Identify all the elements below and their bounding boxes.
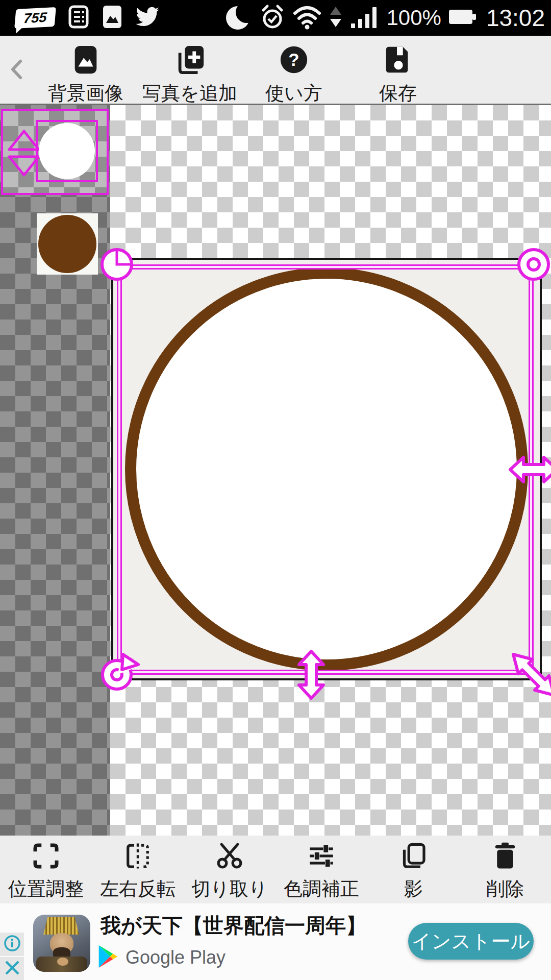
handle-rotate[interactable] <box>95 653 138 696</box>
alarm-icon <box>260 4 285 32</box>
battery-percent: 100% <box>386 6 441 30</box>
layer-thumbnail-white-circle[interactable] <box>36 120 98 182</box>
save-icon <box>382 44 414 78</box>
color-adjust-label: 色調補正 <box>270 876 372 902</box>
delete-button[interactable]: 削除 <box>459 836 551 903</box>
handle-top-right-rotate-dot[interactable] <box>513 244 551 285</box>
color-adjust-button[interactable]: 色調補正 <box>276 836 367 903</box>
google-play-label: Google Play <box>126 947 226 968</box>
google-play-badge[interactable]: Google Play <box>98 945 226 970</box>
layer-item-selected[interactable] <box>1 109 109 195</box>
crop-scissors-icon <box>215 842 244 872</box>
memo-notification-icon <box>68 5 89 31</box>
editor-workspace <box>0 105 551 836</box>
crop-label: 切り取り <box>179 876 281 902</box>
ad-banner[interactable]: 我が天下【世界配信一周年】 Google Play インストール <box>0 903 551 980</box>
clock-time: 13:02 <box>486 4 545 32</box>
app-icon-fist-art <box>57 958 68 966</box>
crop-button[interactable]: 切り取り <box>184 836 276 903</box>
twitter-notification-icon <box>136 7 159 29</box>
signal-strength-icon <box>350 5 379 31</box>
help-label: 使い方 <box>241 81 347 106</box>
top-toolbar: 背景画像 写真を追加 ? 使い方 保存 <box>0 36 551 105</box>
svg-text:?: ? <box>288 50 299 69</box>
help-icon: ? <box>278 44 310 78</box>
chevron-left-icon <box>10 59 23 82</box>
gallery-notification-icon <box>102 5 122 31</box>
shadow-button[interactable]: 影 <box>367 836 459 903</box>
flip-horizontal-button[interactable]: 左右反転 <box>92 836 184 903</box>
flip-horizontal-label: 左右反転 <box>87 876 189 902</box>
position-adjust-label: 位置調整 <box>0 876 97 902</box>
system-status-icons: 100% 13:02 <box>226 3 545 33</box>
notification-icons: 755 <box>15 5 159 31</box>
add-photo-button[interactable]: 写真を追加 <box>137 36 243 104</box>
bottom-toolbar: 位置調整 左右反転 切り取り 色調補正 影 <box>0 836 551 903</box>
badge-count: 755 <box>23 9 47 26</box>
data-activity-arrows-icon <box>329 6 342 30</box>
position-adjust-icon <box>32 842 60 872</box>
info-icon <box>3 934 21 954</box>
ad-info-button[interactable] <box>0 933 24 956</box>
layers-sidebar <box>0 105 110 836</box>
save-label: 保存 <box>345 81 451 106</box>
back-button[interactable] <box>6 58 27 83</box>
close-icon <box>4 959 21 978</box>
shadow-label: 影 <box>362 876 464 902</box>
status-bar: 755 <box>0 0 551 36</box>
background-image-button[interactable]: 背景画像 <box>33 36 139 104</box>
layer-thumbnail-brown-circle[interactable] <box>37 213 98 275</box>
battery-icon <box>449 9 477 27</box>
shadow-layers-icon <box>399 842 428 872</box>
background-image-label: 背景画像 <box>33 81 139 106</box>
ad-close-button[interactable] <box>0 957 24 980</box>
install-button[interactable]: インストール <box>408 923 534 960</box>
delete-trash-icon <box>492 842 518 872</box>
wifi-icon <box>293 4 321 32</box>
color-adjust-icon <box>307 842 336 872</box>
app-screen: 755 <box>0 0 551 980</box>
help-button[interactable]: ? 使い方 <box>241 36 347 104</box>
handle-top-left-anchor[interactable] <box>96 244 137 285</box>
handle-resize-horizontal[interactable] <box>508 451 551 488</box>
handle-resize-diagonal[interactable] <box>508 649 551 700</box>
755-app-notification-icon: 755 <box>14 7 56 29</box>
delete-label: 削除 <box>454 876 551 902</box>
background-image-icon <box>70 44 102 78</box>
ad-app-icon[interactable] <box>33 915 90 972</box>
add-photo-icon <box>174 44 206 78</box>
selection-box <box>117 264 534 675</box>
position-adjust-button[interactable]: 位置調整 <box>0 836 92 903</box>
handle-resize-vertical[interactable] <box>293 649 330 700</box>
flip-horizontal-icon <box>123 842 152 872</box>
ad-title[interactable]: 我が天下【世界配信一周年】 <box>101 912 366 940</box>
app-icon-crown-art <box>43 917 79 935</box>
add-photo-label: 写真を追加 <box>137 81 243 106</box>
google-play-triangle-icon <box>98 945 118 970</box>
white-circle-thumb-shape <box>39 123 95 179</box>
brown-circle-thumb-shape <box>38 215 96 273</box>
do-not-disturb-moon-icon <box>226 3 252 33</box>
save-button[interactable]: 保存 <box>345 36 451 104</box>
